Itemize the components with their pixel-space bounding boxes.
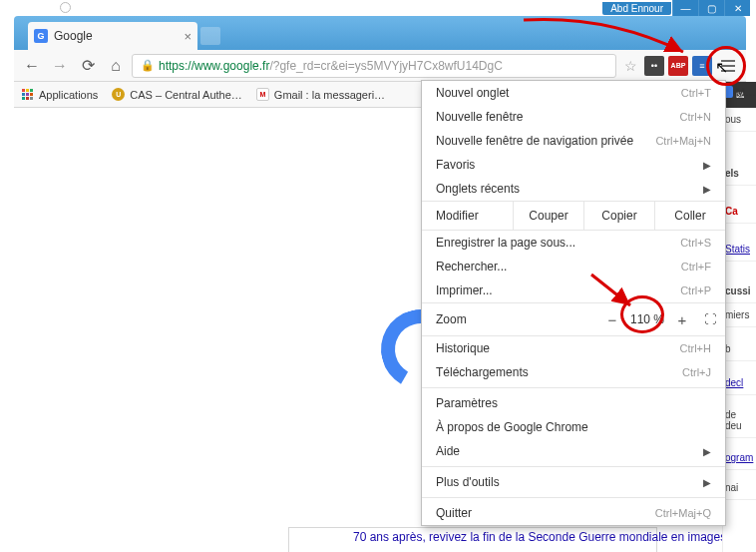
reload-button[interactable]: ⟳ <box>76 54 100 78</box>
apps-shortcut[interactable]: Applications <box>22 89 98 101</box>
chevron-right-icon: ▶ <box>703 477 711 488</box>
address-bar[interactable]: 🔒 https://www.google.fr /?gfe_rd=cr&ei=y… <box>132 54 616 78</box>
cut-text: Statis <box>723 238 756 262</box>
extension-icon-2[interactable]: ≡ <box>692 56 712 76</box>
cut-text: els <box>723 162 756 186</box>
cas-favicon-icon: U <box>112 88 125 101</box>
favicon-icon: G <box>34 29 48 43</box>
home-button[interactable]: ⌂ <box>104 54 128 78</box>
menu-new-tab[interactable]: Nouvel ongletCtrl+T <box>422 81 725 105</box>
gmail-favicon-icon: M <box>256 88 269 101</box>
menu-settings[interactable]: Paramètres <box>422 391 725 415</box>
minimize-button[interactable]: — <box>672 0 698 16</box>
chevron-right-icon: ▶ <box>703 446 711 457</box>
menu-history[interactable]: HistoriqueCtrl+H <box>422 336 725 360</box>
zoom-value: 110 % <box>625 312 669 326</box>
cut-text: ous <box>723 108 756 132</box>
apps-icon <box>22 89 34 101</box>
fullscreen-button[interactable]: ⛶ <box>695 312 725 326</box>
background-tab-hints <box>60 2 71 13</box>
menu-copy[interactable]: Copier <box>584 202 655 230</box>
bookmark-cas[interactable]: U CAS – Central Authe… <box>112 88 242 101</box>
bookmark-gmail[interactable]: M Gmail : la messageri… <box>256 88 385 101</box>
cut-text: ogram <box>723 446 756 470</box>
extension-icon-1[interactable]: •• <box>644 56 664 76</box>
bookmark-cas-label: CAS – Central Authe… <box>130 89 242 101</box>
bookmark-truncated-m[interactable]: M… <box>721 86 756 98</box>
google-doodle-link[interactable]: 70 ans après, revivez la fin de la Secon… <box>353 530 726 544</box>
menu-recent-tabs[interactable]: Onglets récents▶ <box>422 177 725 201</box>
menu-bookmarks[interactable]: Favoris▶ <box>422 153 725 177</box>
cut-text: miers <box>723 303 756 327</box>
user-badge[interactable]: Abd Ennour <box>602 2 671 15</box>
cut-text: decl <box>723 371 756 395</box>
chevron-right-icon: ▶ <box>703 184 711 195</box>
chevron-right-icon: ▶ <box>703 160 711 171</box>
right-cutoff-panel: ✉ ous els Ca Statis cussi miers b decl d… <box>722 82 756 552</box>
bookmark-star-icon[interactable]: ☆ <box>620 58 640 74</box>
cut-text: cussi <box>723 279 756 303</box>
menu-downloads[interactable]: TéléchargementsCtrl+J <box>422 360 725 384</box>
chrome-menu-popup: Nouvel ongletCtrl+T Nouvelle fenêtreCtrl… <box>421 80 726 526</box>
tab-title: Google <box>54 29 93 43</box>
menu-print[interactable]: Imprimer...Ctrl+P <box>422 278 725 302</box>
chrome-menu-button[interactable] <box>716 56 740 76</box>
menu-cut[interactable]: Couper <box>514 202 584 230</box>
menu-quit[interactable]: QuitterCtrl+Maj+Q <box>422 501 725 525</box>
back-button[interactable]: ← <box>20 54 44 78</box>
url-host: https://www.google.fr <box>159 59 269 73</box>
apps-label: Applications <box>39 89 98 101</box>
maximize-button[interactable]: ▢ <box>698 0 724 16</box>
close-window-button[interactable]: ✕ <box>724 0 750 16</box>
menu-about[interactable]: À propos de Google Chrome <box>422 415 725 439</box>
lock-icon: 🔒 <box>141 59 155 72</box>
forward-button: → <box>48 54 72 78</box>
tab-google[interactable]: G Google × <box>28 22 197 50</box>
url-path: /?gfe_rd=cr&ei=ys5MVYjyH7Cx8wfU14DgC <box>269 59 502 73</box>
menu-new-window[interactable]: Nouvelle fenêtreCtrl+N <box>422 105 725 129</box>
menu-save-as[interactable]: Enregistrer la page sous...Ctrl+S <box>422 231 725 255</box>
bookmark-m-label: M… <box>736 86 756 98</box>
cut-text: Ca <box>723 200 756 224</box>
menu-more-tools[interactable]: Plus d'outils▶ <box>422 470 725 494</box>
cut-text: nai <box>723 476 756 500</box>
menu-help[interactable]: Aide▶ <box>422 439 725 463</box>
menu-find[interactable]: Rechercher...Ctrl+F <box>422 255 725 278</box>
zoom-in-button[interactable]: + <box>669 308 695 330</box>
tabstrip: G Google × <box>14 16 746 50</box>
menu-paste[interactable]: Coller <box>655 202 725 230</box>
abp-extension-icon[interactable]: ABP <box>668 56 688 76</box>
menu-edit-label: Modifier <box>422 202 514 230</box>
window-titlebar: Abd Ennour — ▢ ✕ <box>602 0 750 16</box>
new-tab-button[interactable] <box>200 27 220 45</box>
bookmark-gmail-label: Gmail : la messageri… <box>274 89 385 101</box>
cut-text: b <box>723 337 756 361</box>
zoom-out-button[interactable]: − <box>599 308 625 330</box>
cut-text: de deu <box>723 403 756 438</box>
toolbar: ← → ⟳ ⌂ 🔒 https://www.google.fr /?gfe_rd… <box>14 50 746 82</box>
menu-incognito[interactable]: Nouvelle fenêtre de navigation privéeCtr… <box>422 129 725 153</box>
close-tab-icon[interactable]: × <box>184 29 191 44</box>
menu-zoom-label: Zoom <box>422 312 599 326</box>
